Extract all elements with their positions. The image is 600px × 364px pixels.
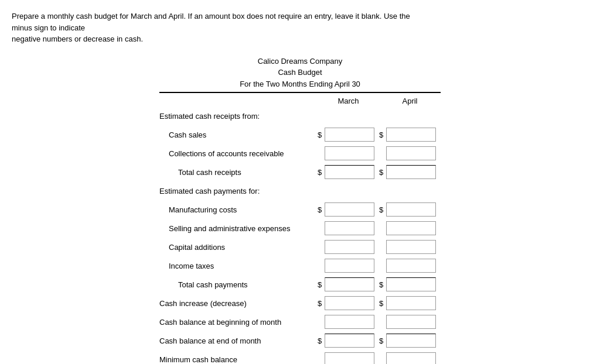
selling-admin-march-cell: $ [318, 221, 379, 235]
collections-ar-april-cell: $ [379, 146, 441, 160]
report-title: Cash Budget [159, 67, 441, 78]
receipts-header-label: Estimated cash receipts from: [159, 112, 441, 121]
income-taxes-march-input[interactable] [325, 259, 374, 273]
capital-label: Capital additions [159, 243, 318, 252]
dollar-sign: $ [318, 280, 323, 289]
dollar-sign: $ [318, 205, 323, 214]
minimum-cash-march-input[interactable] [325, 352, 374, 364]
cash-balance-end-label: Cash balance at end of month [159, 336, 318, 345]
manufacturing-label: Manufacturing costs [159, 205, 318, 214]
march-header: March [318, 97, 379, 105]
cash-increase-april-cell: $ [379, 296, 441, 310]
dollar-sign: $ [379, 205, 385, 214]
capital-march-cell: $ [318, 240, 379, 254]
dollar-sign: $ [379, 280, 385, 289]
manufacturing-march-input[interactable] [325, 202, 374, 217]
company-name: Calico Dreams Company [159, 56, 441, 67]
cash-balance-begin-label: Cash balance at beginning of month [159, 318, 318, 327]
cash-balance-end-april-input[interactable] [386, 334, 436, 348]
april-header: April [379, 97, 441, 105]
company-header: Calico Dreams Company Cash Budget For th… [159, 56, 441, 90]
dollar-sign: $ [379, 299, 385, 308]
capital-row: Capital additions $ $ [159, 239, 441, 255]
total-receipts-label: Total cash receipts [159, 168, 318, 177]
total-payments-march-input[interactable] [325, 277, 374, 291]
selling-admin-row: Selling and administrative expenses $ $ [159, 220, 441, 236]
capital-march-input[interactable] [325, 240, 374, 254]
collections-ar-march-cell: $ [318, 146, 379, 160]
cash-balance-begin-march-input[interactable] [325, 315, 374, 329]
dollar-sign: $ [318, 168, 323, 177]
cash-sales-april-input[interactable] [386, 128, 436, 142]
cash-increase-row: Cash increase (decrease) $ $ [159, 295, 441, 311]
cash-increase-march-input[interactable] [325, 296, 374, 310]
cash-balance-end-march-cell: $ [318, 334, 379, 348]
capital-april-cell: $ [379, 240, 441, 254]
instructions: Prepare a monthly cash budget for March … [12, 11, 422, 45]
dollar-sign: $ [379, 336, 385, 345]
manufacturing-march-cell: $ [318, 202, 379, 217]
income-taxes-april-cell: $ [379, 259, 441, 273]
total-receipts-march-input[interactable] [325, 165, 374, 179]
total-receipts-march-cell: $ [318, 165, 379, 179]
total-receipts-april-input[interactable] [386, 165, 436, 179]
cash-sales-april-cell: $ [379, 128, 441, 142]
total-receipts-row: Total cash receipts $ $ [159, 164, 441, 180]
report-period: For the Two Months Ending April 30 [159, 78, 441, 90]
dollar-sign: $ [318, 336, 323, 345]
budget-table: Calico Dreams Company Cash Budget For th… [159, 56, 441, 365]
income-taxes-march-cell: $ [318, 259, 379, 273]
manufacturing-row: Manufacturing costs $ $ [159, 201, 441, 218]
dollar-sign: $ [318, 299, 323, 308]
cash-sales-row: Cash sales $ $ [159, 126, 441, 143]
capital-april-input[interactable] [386, 240, 436, 254]
total-payments-april-cell: $ [379, 277, 441, 291]
cash-balance-end-row: Cash balance at end of month $ $ [159, 332, 441, 349]
total-payments-april-input[interactable] [386, 277, 436, 291]
income-taxes-label: Income taxes [159, 262, 318, 270]
dollar-sign: $ [379, 168, 385, 177]
dollar-sign: $ [318, 131, 323, 139]
manufacturing-april-input[interactable] [386, 202, 436, 217]
receipts-header-row: Estimated cash receipts from: [159, 108, 441, 124]
payments-header-row: Estimated cash payments for: [159, 183, 441, 199]
income-taxes-april-input[interactable] [386, 259, 436, 273]
minimum-cash-april-input[interactable] [386, 352, 436, 364]
selling-admin-march-input[interactable] [325, 221, 374, 235]
total-payments-row: Total cash payments $ $ [159, 276, 441, 293]
total-payments-march-cell: $ [318, 277, 379, 291]
cash-balance-begin-april-cell: $ [379, 315, 441, 329]
total-payments-label: Total cash payments [159, 280, 318, 289]
cash-sales-march-cell: $ [318, 128, 379, 142]
cash-balance-begin-row: Cash balance at beginning of month $ $ [159, 314, 441, 330]
total-receipts-april-cell: $ [379, 165, 441, 179]
collections-ar-april-input[interactable] [386, 146, 436, 160]
cash-sales-march-input[interactable] [325, 128, 374, 142]
collections-ar-march-input[interactable] [325, 146, 374, 160]
collections-ar-label: Collections of accounts receivable [159, 149, 318, 158]
minimum-cash-row: Minimum cash balance $ $ [159, 351, 441, 364]
cash-sales-label: Cash sales [159, 131, 318, 139]
payments-header-label: Estimated cash payments for: [159, 187, 441, 195]
minimum-cash-march-cell: $ [318, 352, 379, 364]
manufacturing-april-cell: $ [379, 202, 441, 217]
cash-increase-march-cell: $ [318, 296, 379, 310]
cash-balance-begin-march-cell: $ [318, 315, 379, 329]
cash-balance-end-april-cell: $ [379, 334, 441, 348]
selling-admin-april-input[interactable] [386, 221, 436, 235]
cash-increase-april-input[interactable] [386, 296, 436, 310]
cash-balance-end-march-input[interactable] [325, 334, 374, 348]
income-taxes-row: Income taxes $ $ [159, 257, 441, 274]
minimum-cash-label: Minimum cash balance [159, 355, 318, 364]
selling-admin-label: Selling and administrative expenses [159, 224, 318, 233]
column-headers: March April [159, 97, 441, 108]
minimum-cash-april-cell: $ [379, 352, 441, 364]
cash-balance-begin-april-input[interactable] [386, 315, 436, 329]
collections-ar-row: Collections of accounts receivable $ $ [159, 145, 441, 162]
cash-increase-label: Cash increase (decrease) [159, 299, 318, 308]
dollar-sign: $ [379, 131, 385, 139]
selling-admin-april-cell: $ [379, 221, 441, 235]
